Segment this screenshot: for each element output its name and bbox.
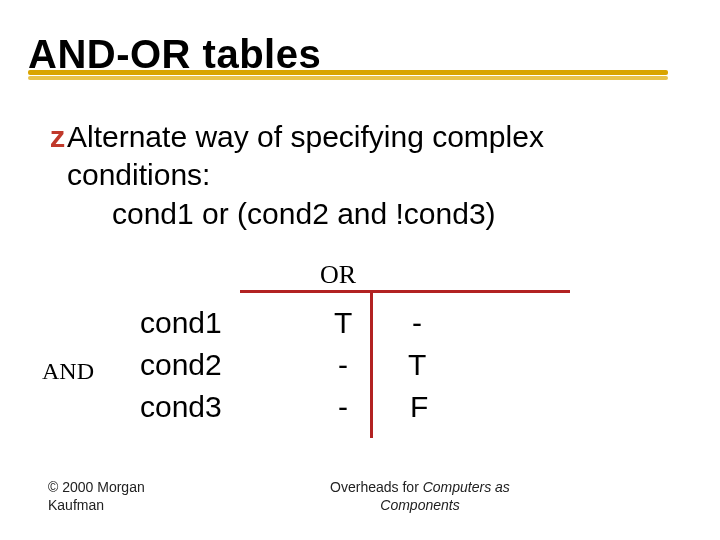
slide-title: AND-OR tables [28, 32, 680, 77]
table-row-label: cond1 [140, 306, 222, 340]
bullet-row: z Alternate way of specifying complex co… [50, 118, 680, 195]
footer-source: Overheads for Computers as Components [300, 479, 540, 514]
bullet-text: Alternate way of specifying complex cond… [67, 118, 680, 195]
expression-text: cond1 or (cond2 and !cond3) [112, 197, 680, 231]
footer-copyright: © 2000 Morgan Kaufman [48, 479, 145, 514]
bullet-symbol: z [50, 118, 65, 156]
table-cell: - [412, 306, 422, 340]
table-cell: F [410, 390, 428, 424]
and-label: AND [42, 358, 94, 385]
table-cell: T [334, 306, 352, 340]
table-cell: - [338, 348, 348, 382]
table-cell: - [338, 390, 348, 424]
footer-source-prefix: Overheads for [330, 479, 423, 495]
table-divider-horizontal [240, 290, 570, 293]
table-row-label: cond2 [140, 348, 222, 382]
footer-copyright-line2: Kaufman [48, 497, 104, 513]
or-label: OR [320, 260, 356, 290]
table-divider-vertical [370, 290, 373, 438]
table-cell: T [408, 348, 426, 382]
body-block: z Alternate way of specifying complex co… [50, 118, 680, 231]
footer-copyright-line1: © 2000 Morgan [48, 479, 145, 495]
title-block: AND-OR tables [28, 32, 680, 77]
table-row-label: cond3 [140, 390, 222, 424]
